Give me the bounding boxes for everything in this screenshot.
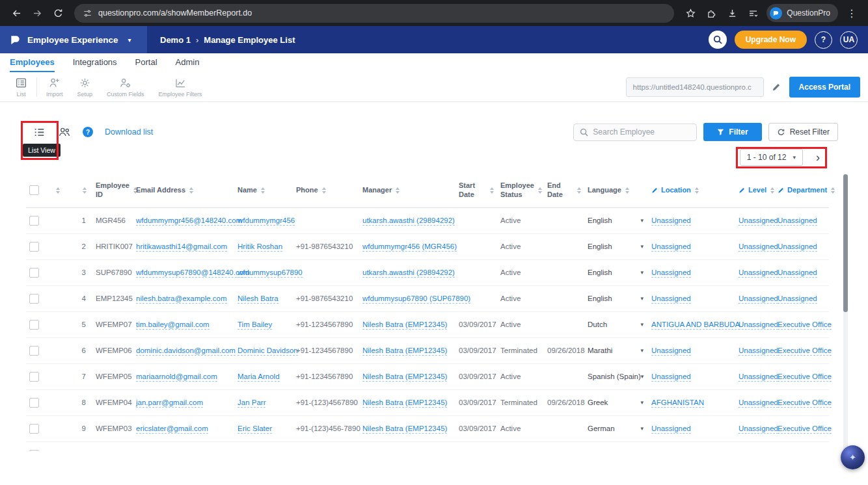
manager-link[interactable]: utkarsh.awasthi (29894292) bbox=[362, 216, 455, 226]
manager-link[interactable]: Nilesh Batra (EMP12345) bbox=[362, 347, 447, 356]
scrollbar-thumb[interactable] bbox=[843, 174, 848, 312]
column-header-location[interactable]: Location bbox=[648, 174, 735, 207]
bookmark-star-icon[interactable] bbox=[681, 3, 700, 23]
sort-icon[interactable] bbox=[396, 187, 400, 194]
column-header-phone[interactable]: Phone bbox=[293, 174, 359, 207]
email-link[interactable]: hritikawasthi14@gmail.com bbox=[136, 242, 227, 252]
location-link[interactable]: Unassigned bbox=[651, 216, 691, 226]
department-link[interactable]: Unassigned bbox=[778, 295, 817, 304]
department-link[interactable]: Executive Office bbox=[778, 321, 832, 330]
name-link[interactable]: Eric Slater bbox=[237, 425, 272, 434]
sort-icon[interactable] bbox=[261, 187, 265, 194]
browser-profile-chip[interactable]: QuestionPro bbox=[766, 4, 838, 22]
manager-link[interactable]: wfdummysup67890 (SUP67890) bbox=[362, 295, 470, 304]
name-link[interactable]: Tim Bailey bbox=[237, 321, 272, 330]
filter-button[interactable]: Filter bbox=[703, 123, 761, 141]
row-checkbox[interactable] bbox=[29, 216, 39, 226]
level-link[interactable]: Unassigned bbox=[739, 216, 778, 226]
language-dropdown-icon[interactable]: ▾ bbox=[640, 269, 644, 276]
sort-icon[interactable] bbox=[770, 187, 774, 194]
column-header-department[interactable]: Department bbox=[774, 174, 829, 207]
department-link[interactable]: Executive Office bbox=[778, 425, 832, 434]
row-checkbox[interactable] bbox=[29, 320, 39, 330]
reset-filter-button[interactable]: Reset Filter bbox=[768, 123, 838, 141]
email-link[interactable]: wfdummysup67890@148240.com bbox=[136, 269, 250, 278]
email-link[interactable]: dominic.davidson@gmail.com bbox=[136, 347, 236, 356]
location-link[interactable]: Unassigned bbox=[651, 242, 691, 252]
level-link[interactable]: Unassigned bbox=[739, 242, 778, 252]
help-icon[interactable]: ? bbox=[815, 31, 832, 49]
department-link[interactable]: Unassigned bbox=[778, 216, 817, 226]
row-checkbox[interactable] bbox=[29, 294, 39, 304]
toolbar-item-employee-filters[interactable]: Employee Filters bbox=[152, 77, 210, 98]
toolbar-item-setup[interactable]: Setup bbox=[70, 77, 100, 98]
toolbar-item-import[interactable]: Import bbox=[39, 77, 70, 98]
level-link[interactable]: Unassigned bbox=[739, 295, 778, 304]
sort-icon[interactable] bbox=[577, 187, 581, 194]
list-view-icon[interactable] bbox=[33, 125, 46, 139]
email-link[interactable]: jan.parr@gmail.com bbox=[136, 399, 203, 408]
product-switcher[interactable]: Employee Experience ▾ bbox=[0, 26, 147, 53]
edit-column-icon[interactable] bbox=[739, 187, 746, 194]
column-header-end-date[interactable]: End Date bbox=[544, 174, 584, 207]
level-link[interactable]: Unassigned bbox=[739, 269, 778, 278]
row-checkbox[interactable] bbox=[29, 346, 39, 356]
sort-icon[interactable] bbox=[831, 187, 835, 194]
toolbar-item-custom-fields[interactable]: Custom Fields bbox=[100, 77, 152, 98]
tab-portal[interactable]: Portal bbox=[135, 53, 157, 72]
location-link[interactable]: ANTIGUA AND BARBUDA bbox=[651, 321, 740, 330]
location-link[interactable]: Unassigned bbox=[651, 425, 691, 434]
column-header-level[interactable]: Level bbox=[735, 174, 774, 207]
language-dropdown-icon[interactable]: ▾ bbox=[640, 425, 644, 432]
language-dropdown-icon[interactable]: ▾ bbox=[640, 399, 644, 406]
sort-icon[interactable] bbox=[322, 187, 326, 194]
department-link[interactable]: Unassigned bbox=[778, 269, 817, 278]
column-header-language[interactable]: Language bbox=[584, 174, 648, 207]
sort-icon[interactable] bbox=[695, 187, 699, 194]
tab-employees[interactable]: Employees bbox=[10, 53, 55, 72]
sort-icon[interactable] bbox=[56, 187, 60, 194]
column-header-manager[interactable]: Manager bbox=[359, 174, 455, 207]
email-link[interactable]: nilesh.batra@example.com bbox=[136, 295, 227, 304]
employee-groups-icon[interactable] bbox=[58, 125, 71, 138]
department-link[interactable]: Executive Office bbox=[778, 399, 832, 408]
language-dropdown-icon[interactable]: ▾ bbox=[640, 321, 644, 328]
sort-icon[interactable] bbox=[189, 187, 193, 194]
column-header-sort1[interactable] bbox=[48, 174, 66, 207]
vertical-scrollbar[interactable] bbox=[843, 174, 848, 451]
level-link[interactable]: Unassigned bbox=[739, 425, 778, 434]
edit-column-icon[interactable] bbox=[778, 187, 785, 194]
language-dropdown-icon[interactable]: ▾ bbox=[640, 347, 644, 354]
tab-integrations[interactable]: Integrations bbox=[73, 53, 117, 72]
department-link[interactable]: Unassigned bbox=[778, 242, 817, 252]
department-link[interactable]: Executive Office bbox=[778, 373, 832, 382]
row-checkbox[interactable] bbox=[29, 242, 39, 252]
location-link[interactable]: AFGHANISTAN bbox=[651, 399, 704, 408]
upgrade-button[interactable]: Upgrade Now bbox=[735, 31, 807, 49]
select-all-checkbox[interactable] bbox=[29, 185, 39, 195]
name-link[interactable]: wfdummymgr456 bbox=[237, 216, 295, 226]
manager-link[interactable]: Nilesh Batra (EMP12345) bbox=[362, 425, 447, 434]
column-header-start-date[interactable]: Start Date bbox=[455, 174, 497, 207]
search-icon[interactable] bbox=[709, 31, 727, 49]
help-circle-icon[interactable]: ? bbox=[83, 127, 93, 137]
manager-link[interactable]: Nilesh Batra (EMP12345) bbox=[362, 399, 447, 408]
toolbar-item-list[interactable]: List bbox=[8, 77, 34, 98]
forward-icon[interactable] bbox=[27, 3, 47, 23]
language-dropdown-icon[interactable]: ▾ bbox=[640, 243, 644, 250]
column-header-employee-status[interactable]: Employee Status bbox=[497, 174, 544, 207]
column-header-name[interactable]: Name bbox=[234, 174, 293, 207]
name-link[interactable]: wfdummysup67890 bbox=[237, 269, 303, 278]
name-link[interactable]: Maria Arnold bbox=[237, 373, 280, 382]
email-link[interactable]: ericslater@gmail.com bbox=[136, 425, 208, 434]
manager-link[interactable]: wfdummymgr456 (MGR456) bbox=[362, 242, 457, 252]
level-link[interactable]: Unassigned bbox=[739, 373, 778, 382]
email-link[interactable]: mariaarnold@gmail.com bbox=[136, 373, 217, 382]
row-checkbox[interactable] bbox=[29, 450, 39, 452]
sort-icon[interactable] bbox=[538, 187, 542, 194]
breadcrumb-parent[interactable]: Demo 1 bbox=[160, 35, 191, 45]
location-link[interactable]: Unassigned bbox=[651, 347, 691, 356]
downloads-icon[interactable] bbox=[722, 3, 742, 23]
download-list-link[interactable]: Download list bbox=[105, 127, 153, 137]
level-link[interactable]: Unassigned bbox=[739, 321, 778, 330]
